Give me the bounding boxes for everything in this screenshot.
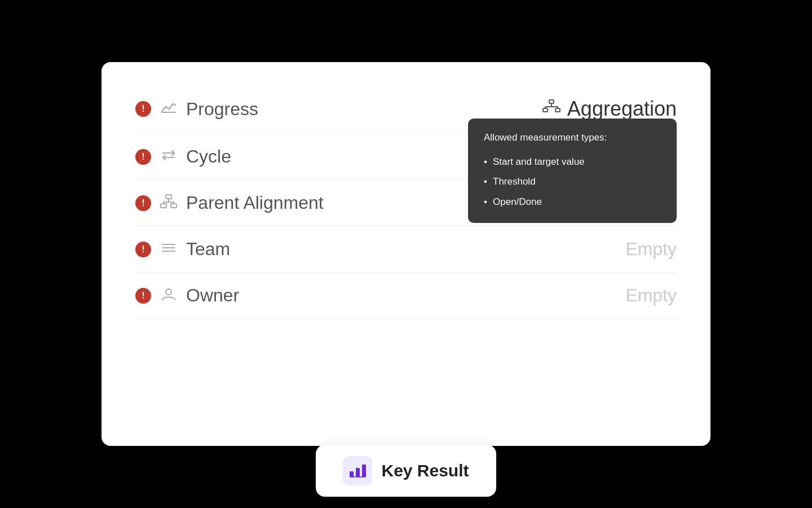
tooltip-item-2: Threshold [484,172,661,191]
tooltip-list: Start and target value Threshold Open/Do… [484,152,661,212]
aggregation-header: Aggregation [542,97,677,121]
parent-alignment-label: Parent Alignment [186,192,324,213]
owner-error-badge: ! [135,288,151,304]
aggregation-label: Aggregation [567,97,677,121]
progress-icon [160,101,177,117]
svg-rect-1 [549,100,554,103]
parent-alignment-row-left: ! Parent Alignment [135,192,324,213]
team-error-badge: ! [135,242,151,257]
team-value: Empty [625,239,677,260]
team-row: ! Team Empty [135,226,677,273]
cycle-error-badge: ! [135,149,151,165]
team-icon [160,242,177,257]
svg-rect-20 [350,471,354,477]
cycle-label: Cycle [186,146,231,167]
team-label: Team [186,239,230,260]
key-result-card[interactable]: Key Result [316,445,496,497]
progress-row: ! Progress Aggr [135,85,677,134]
owner-row: ! Owner Empty [135,273,677,319]
tooltip-item-1: Start and target value [484,152,661,172]
progress-error-badge: ! [135,101,151,117]
svg-rect-8 [166,195,171,199]
cycle-icon [160,149,177,165]
main-card: ! Progress Aggr [102,62,710,446]
aggregation-tooltip: Allowed measurement types: Start and tar… [468,119,677,223]
team-row-left: ! Team [135,239,230,260]
aggregation-icon [542,99,561,119]
svg-rect-3 [555,108,560,112]
svg-point-18 [162,247,164,248]
key-result-icon-bg [343,456,372,485]
tooltip-item-3: Open/Done [484,192,661,212]
owner-label: Owner [186,285,239,306]
key-result-label: Key Result [381,461,469,480]
parent-alignment-error-badge: ! [135,195,151,211]
svg-rect-21 [356,468,360,477]
tooltip-title: Allowed measurement types: [484,130,661,145]
owner-row-left: ! Owner [135,285,239,306]
parent-alignment-icon [160,194,177,212]
svg-rect-2 [543,108,548,112]
svg-rect-22 [362,465,366,477]
svg-rect-10 [171,204,176,208]
svg-rect-9 [161,204,166,208]
progress-row-left: ! Progress [135,99,258,120]
owner-value: Empty [625,285,677,306]
cycle-row-left: ! Cycle [135,146,231,167]
svg-point-19 [166,289,171,295]
progress-label: Progress [186,99,258,120]
owner-icon [160,287,177,305]
